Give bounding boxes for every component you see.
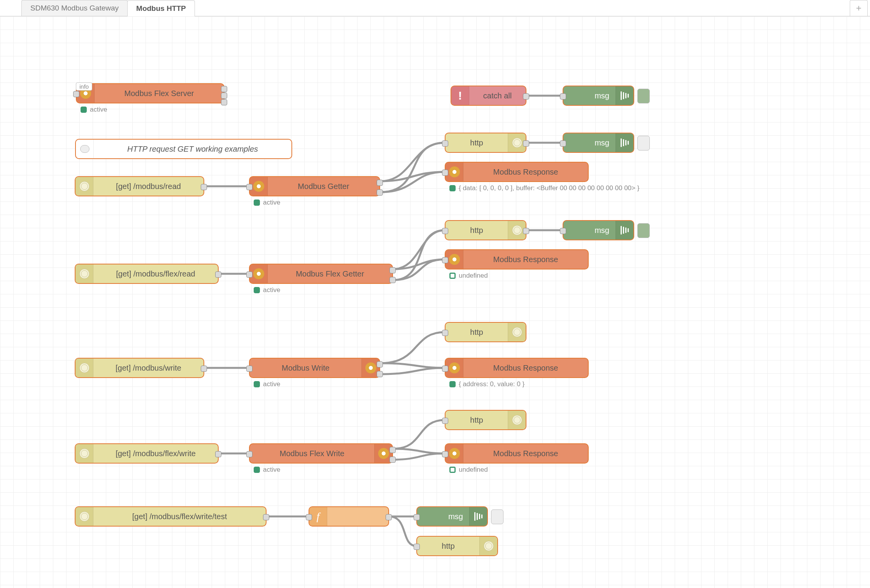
node-label: HTTP request GET working examples [94,145,291,154]
node-label: [get] /modbus/flex/write/test [93,512,266,521]
node-modbus-flex-server[interactable]: Modbus Flex Server info active [76,83,225,103]
node-label: [get] /modbus/flex/read [93,270,218,278]
node-label: [get] /modbus/write [93,364,203,373]
node-http-in-flex-write-test[interactable]: [get] /modbus/flex/write/test [75,506,267,527]
node-modbus-flex-write[interactable]: Modbus Flex Write active [249,443,393,464]
debug-toggle[interactable] [637,89,650,103]
node-label: Modbus Response [463,449,588,458]
globe-icon [75,359,93,377]
node-label: Modbus Response [463,255,588,264]
node-status: { address: 0, value: 0 } [449,380,524,388]
info-badge: info [76,82,92,91]
node-debug-msg[interactable]: msg [563,133,634,153]
debug-toggle[interactable] [637,223,650,238]
node-http-response[interactable]: http [445,322,526,342]
node-label: http [446,328,508,337]
node-modbus-response[interactable]: Modbus Response undefined [445,443,589,464]
node-status: undefined [449,272,488,280]
node-label: Modbus Flex Write [250,449,374,458]
node-modbus-getter[interactable]: Modbus Getter active [249,176,380,196]
node-modbus-response[interactable]: Modbus Response { address: 0, value: 0 } [445,358,589,378]
debug-toggle[interactable] [637,136,650,150]
tab-bar: SDM630 Modbus Gateway Modbus HTTP + [0,0,870,16]
bars-icon [616,86,633,105]
node-label: [get] /modbus/flex/write [93,449,218,458]
node-label: msg [563,91,616,100]
node-status: active [254,466,280,474]
globe-icon [75,507,93,526]
globe-icon [75,177,93,196]
flow-canvas[interactable]: Modbus Flex Server info active ! catch a… [0,16,870,588]
node-label: msg [563,138,616,147]
node-http-response[interactable]: http [445,220,526,240]
node-http-in-flex-write[interactable]: [get] /modbus/flex/write [75,443,219,464]
node-function[interactable]: f [309,506,389,527]
node-http-in-flex-read[interactable]: [get] /modbus/flex/read [75,264,219,284]
node-modbus-flex-getter[interactable]: Modbus Flex Getter active [249,264,393,284]
node-catch-all[interactable]: ! catch all [451,86,526,106]
tab-modbus-http[interactable]: Modbus HTTP [127,0,195,16]
globe-icon [508,411,526,429]
node-label: http [446,226,508,235]
comment-icon [76,140,94,158]
node-label: http [417,542,479,551]
bars-icon [469,507,487,526]
node-label: http [446,138,508,147]
node-debug-msg[interactable]: msg [563,220,634,240]
node-http-response[interactable]: http [445,133,526,153]
node-label: http [446,416,508,425]
node-http-response[interactable]: http [416,536,498,556]
node-modbus-response[interactable]: Modbus Response undefined [445,249,589,270]
node-http-in-write[interactable]: [get] /modbus/write [75,358,204,378]
node-modbus-write[interactable]: Modbus Write active [249,358,380,378]
node-label: Modbus Flex Server [95,89,224,98]
node-status: active [254,286,280,294]
node-label: msg [417,512,469,521]
node-http-response[interactable]: http [445,410,526,430]
node-status: { data: [ 0, 0, 0, 0 ], buffer: <Buffer … [449,184,639,192]
globe-icon [75,264,93,283]
node-modbus-response[interactable]: Modbus Response { data: [ 0, 0, 0, 0 ], … [445,162,589,182]
node-status: active [81,106,107,114]
globe-icon [75,444,93,463]
bars-icon [616,133,633,152]
globe-icon [479,537,497,555]
node-debug-msg[interactable]: msg [416,506,488,527]
node-label: Modbus Write [250,364,361,373]
node-status: active [254,380,280,388]
node-label: Modbus Response [463,168,588,177]
node-status: active [254,199,280,206]
node-debug-msg[interactable]: msg [563,86,634,106]
node-label: Modbus Response [463,364,588,373]
node-http-in-read[interactable]: [get] /modbus/read [75,176,204,196]
node-label: [get] /modbus/read [93,182,203,191]
debug-toggle[interactable] [491,509,503,524]
tab-sdm630[interactable]: SDM630 Modbus Gateway [21,0,128,16]
node-label: Modbus Flex Getter [268,270,392,278]
node-label: catch all [469,91,526,100]
bars-icon [616,221,633,240]
tab-add-button[interactable]: + [850,0,868,16]
node-comment[interactable]: HTTP request GET working examples [75,139,292,159]
node-label: msg [563,226,616,235]
node-status: undefined [449,466,488,474]
node-label: Modbus Getter [268,182,379,191]
globe-icon [508,323,526,341]
alert-icon: ! [451,86,469,105]
